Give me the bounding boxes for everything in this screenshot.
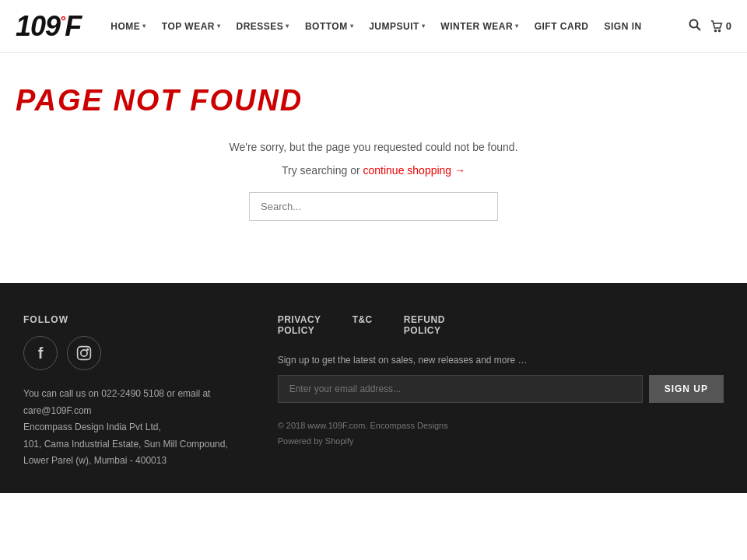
svg-point-5 (81, 350, 87, 356)
nav-bottom[interactable]: BOTTOM ▾ (299, 16, 359, 37)
contact-line1: You can call us on 022-2490 5108 or emai… (23, 386, 247, 419)
main-content: PAGE NOT FOUND We're sorry, but the page… (0, 53, 747, 283)
copyright-line1: © 2018 www.109F.com. Encompass Designs (278, 418, 724, 434)
logo[interactable]: 109°F (16, 10, 81, 43)
logo-text: 109°F (16, 10, 81, 42)
page-not-found-title: PAGE NOT FOUND (16, 84, 731, 117)
social-icons: f (23, 336, 247, 370)
contact-line3: 101, Cama Industrial Estate, Sun Mill Co… (23, 436, 247, 453)
cart-button[interactable]: 0 (710, 20, 731, 33)
copyright-line2: Powered by Shopify (278, 434, 724, 450)
site-footer: FOLLOW f You can call us on 022-2490 510… (0, 283, 747, 493)
nav-winter-wear[interactable]: WINTER WEAR ▾ (434, 16, 524, 37)
contact-line4: Lower Parel (w), Mumbai - 400013 (23, 453, 247, 470)
nav-jumpsuit[interactable]: JUMPSUIT ▾ (363, 16, 431, 37)
footer-copyright: © 2018 www.109F.com. Encompass Designs P… (278, 418, 724, 450)
chevron-down-icon: ▾ (286, 23, 289, 30)
nav-dresses[interactable]: DRESSES ▾ (230, 16, 296, 37)
signup-button[interactable]: SIGN UP (649, 375, 724, 403)
email-input[interactable] (278, 375, 643, 403)
footer-contact: You can call us on 022-2490 5108 or emai… (23, 386, 247, 470)
svg-point-2 (714, 30, 716, 31)
search-wrapper (16, 192, 731, 221)
svg-point-0 (689, 19, 697, 27)
facebook-icon[interactable]: f (23, 336, 58, 370)
site-header: 109°F HOME ▾ TOP WEAR ▾ DRESSES ▾ BOTTOM… (0, 0, 747, 53)
chevron-down-icon: ▾ (217, 23, 221, 30)
instagram-icon[interactable] (67, 336, 101, 370)
svg-line-1 (696, 26, 700, 30)
main-nav: HOME ▾ TOP WEAR ▾ DRESSES ▾ BOTTOM ▾ JUM… (104, 16, 688, 37)
cart-count: 0 (726, 20, 731, 32)
contact-line2: Encompass Design India Pvt Ltd, (23, 419, 247, 436)
nav-home[interactable]: HOME ▾ (104, 16, 153, 37)
error-message: We're sorry, but the page you requested … (16, 141, 731, 153)
signup-row: SIGN UP (278, 375, 724, 403)
privacy-policy-link[interactable]: PRIVACYPOLICY (278, 314, 321, 336)
nav-top-wear[interactable]: TOP WEAR ▾ (156, 16, 227, 37)
footer-links: PRIVACYPOLICY T&C REFUNDPOLICY (278, 314, 724, 336)
search-input[interactable] (249, 192, 498, 221)
chevron-down-icon: ▾ (142, 23, 146, 30)
footer-follow-label: FOLLOW (23, 314, 247, 325)
tnc-link[interactable]: T&C (352, 314, 373, 336)
signup-text: Sign up to get the latest on sales, new … (278, 355, 724, 366)
nav-gift-card[interactable]: GIFT CARD (528, 16, 595, 37)
refund-policy-link[interactable]: REFUNDPOLICY (404, 314, 445, 336)
footer-right: PRIVACYPOLICY T&C REFUNDPOLICY Sign up t… (278, 314, 724, 470)
svg-point-6 (87, 349, 89, 351)
nav-sign-in[interactable]: SIGN IN (598, 16, 648, 37)
footer-inner: FOLLOW f You can call us on 022-2490 510… (23, 314, 724, 470)
header-icons: 0 (689, 19, 731, 34)
try-searching-prefix: Try searching or (282, 164, 363, 177)
svg-rect-4 (78, 347, 91, 360)
continue-shopping-link[interactable]: continue shopping → (363, 164, 465, 177)
chevron-down-icon: ▾ (422, 23, 426, 30)
chevron-down-icon: ▾ (350, 23, 354, 30)
svg-point-3 (718, 30, 720, 31)
try-searching-text: Try searching or continue shopping → (16, 164, 731, 177)
chevron-down-icon: ▾ (515, 23, 519, 30)
search-icon[interactable] (689, 19, 701, 34)
footer-left: FOLLOW f You can call us on 022-2490 510… (23, 314, 247, 470)
